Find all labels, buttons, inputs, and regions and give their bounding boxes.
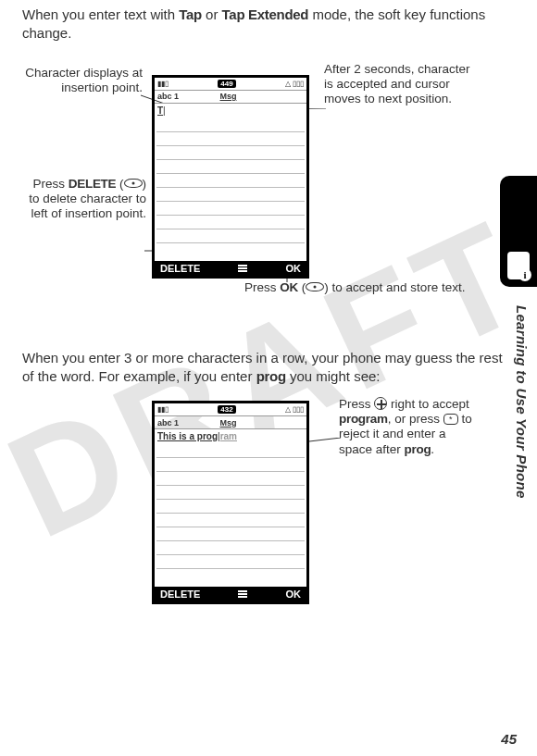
cursor-icon: | [163,105,166,116]
tap-mode: Tap [179,6,202,22]
message-area: T| [155,104,306,261]
status-bar: ▮▮▯ 449 △▯▯▯ [155,78,306,91]
notify-icon: △ [285,405,291,414]
typed-text: This is a prog [157,431,218,441]
input-mode: abc 1 [157,92,179,101]
callout-insertion-point: Character displays at insertion point. [22,66,143,95]
text: Press [244,280,280,294]
text: . [431,442,434,456]
softkey-right[interactable]: OK [286,589,302,600]
softkey-left[interactable]: DELETE [160,589,200,600]
screen-title: Msg [179,92,278,101]
figure-2: Press right to accept program, or press … [22,399,515,630]
ok-key-label: OK [280,280,298,294]
callout-nav-accept: Press right to accept program, or press … [339,397,473,457]
text: When you enter text with [22,6,179,22]
star-key-icon: * [443,414,458,425]
text: you might see: [286,368,381,384]
signal-icon: ▮▮▯ [157,80,169,88]
menu-icon[interactable] [238,590,247,598]
tap-extended-mode: Tap Extended [222,6,309,22]
text: , or press [388,412,443,426]
callout-accept-char: After 2 seconds, character is accepted a… [324,62,481,107]
softkey-right[interactable]: OK [286,263,302,274]
softkey-icon [306,282,324,291]
char-count-badge: 432 [218,405,235,414]
signal-icon: ▮▮▯ [157,405,169,414]
softkey-bar: DELETE OK [155,261,306,276]
text: ( [116,177,123,191]
input-mode: abc 1 [157,418,179,428]
svg-line-4 [309,438,341,441]
softkey-left[interactable]: DELETE [160,263,200,274]
suggested-text: ram [220,431,237,441]
status-bar: ▮▮▯ 432 △▯▯▯ [155,403,306,416]
battery-icon: ▯▯▯ [293,80,304,88]
notify-icon: △ [285,80,291,88]
section-label: Learning to Use Your Phone [514,305,530,499]
text: Press [339,397,374,411]
phone-screen-1: ▮▮▯ 449 △▯▯▯ abc 1 Msg T| DELETE [152,75,309,279]
delete-key-label: DELETE [69,177,116,191]
text: ( [298,280,306,294]
message-area: This is a prog|ram [155,429,306,587]
text: right to accept [387,397,469,411]
menu-icon[interactable] [238,265,247,272]
prog-word: prog [256,368,286,384]
side-tab [500,176,537,287]
program-word: program [339,412,388,426]
intro-paragraph: When you enter text with Tap or Tap Exte… [22,6,515,43]
phone-screen-2: ▮▮▯ 432 △▯▯▯ abc 1 Msg This is a prog|ra… [152,401,309,604]
screen-title: Msg [179,418,278,428]
callout-delete: Press DELETE () to delete character to l… [22,177,146,222]
char-count-badge: 449 [218,80,235,88]
middle-paragraph: When you enter 3 or more characters in a… [22,349,515,387]
title-bar: abc 1 Msg [155,91,306,104]
text: or [202,6,222,22]
battery-icon: ▯▯▯ [293,405,304,414]
text: Press [33,177,69,191]
text: ) to accept and store text. [324,280,465,294]
page-number: 45 [501,731,517,747]
figure-1: Character displays at insertion point. P… [22,66,515,325]
softkey-icon [124,179,143,188]
nav-key-icon [374,397,387,410]
title-bar: abc 1 Msg [155,416,306,429]
callout-ok: Press OK () to accept and store text. [244,280,467,295]
softkey-bar: DELETE OK [155,587,306,601]
phone-info-icon [507,252,530,279]
prog-word: prog [405,442,431,456]
